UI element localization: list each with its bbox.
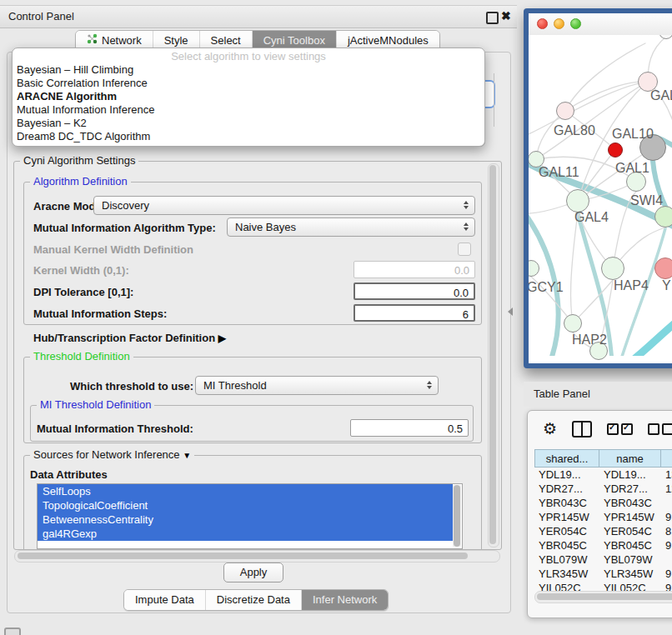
table-row[interactable]: YBR045CYBR045C9. (534, 538, 672, 552)
columns-icon[interactable] (572, 421, 592, 438)
gear-icon[interactable]: ⚙ (543, 419, 557, 439)
algorithm-option-aracne-algorithm[interactable]: ARACNE Algorithm (13, 90, 484, 103)
which-threshold-combo[interactable]: MI Threshold (195, 376, 439, 395)
group-border-fragment (494, 73, 501, 127)
network-view-window: GALGAL80GAL10GAL11GAL1SWI4GAL4GCY1HAP4YH… (524, 8, 672, 368)
mi-threshold-field[interactable]: 0.5 (350, 419, 469, 437)
mi-threshold-group-title: MI Threshold Definition (37, 399, 154, 411)
attribute-item[interactable]: BetweennessCentrality (38, 512, 453, 527)
column-header-name[interactable]: name (599, 449, 661, 468)
data-attributes-list: SelfLoopsTopologicalCoefficientBetweenne… (37, 483, 463, 549)
network-canvas[interactable]: GALGAL80GAL10GAL11GAL1SWI4GAL4GCY1HAP4YH… (529, 35, 672, 363)
tab-infer-network[interactable]: Infer Network (302, 590, 388, 610)
chevron-down-icon: ▼ (183, 451, 191, 460)
settings-vertical-scrollbar[interactable] (488, 163, 499, 548)
table-cell: YDL19... (534, 468, 599, 482)
kernel-width-label: Kernel Width (0,1): (33, 264, 129, 277)
table-cell: 13 (661, 468, 672, 482)
aracne-mode-value: Discovery (102, 199, 149, 212)
node-gal4[interactable] (566, 189, 589, 212)
table-row[interactable]: YBL079WYBL079W (534, 552, 672, 567)
algorithm-definition-title: Algorithm Definition (30, 176, 131, 188)
node-gal80[interactable] (556, 102, 574, 120)
node-gal10-red[interactable] (608, 142, 623, 158)
cyni-algorithm-settings-title: Cyni Algorithm Settings (20, 155, 138, 167)
sources-group-title[interactable]: Sources for Network Inference ▼ (30, 449, 194, 462)
tab-discretize-data[interactable]: Discretize Data (206, 590, 302, 610)
node-label-gal1: GAL1 (615, 161, 649, 176)
table-header-row: shared...nameA (534, 449, 672, 468)
table-cell: 9. (661, 567, 672, 581)
table-row[interactable]: YER054CYER054C8. (534, 524, 672, 538)
spinner-arrows-icon (425, 381, 433, 389)
table-row[interactable]: YLR345WYLR345W9. (534, 567, 672, 581)
kernel-width-field[interactable]: 0.0 (354, 261, 475, 278)
table-row[interactable]: YDR27...YDR27...12 (534, 482, 672, 496)
deselect-all-checkboxes-icon[interactable] (648, 423, 672, 435)
manual-kernel-width-checkbox[interactable] (458, 242, 471, 256)
minimize-traffic-light-icon[interactable] (554, 18, 564, 29)
attributes-scrollbar[interactable] (453, 485, 461, 547)
node-right-green[interactable] (654, 206, 672, 228)
table-horizontal-scrollbar[interactable] (534, 591, 672, 603)
table-cell: YLR345W (599, 567, 661, 581)
table-cell: 9. (661, 538, 672, 552)
attribute-item[interactable]: gal4RGexp (38, 527, 453, 541)
mi-algorithm-type-value: Naive Bayes (235, 221, 296, 233)
float-window-icon[interactable] (486, 12, 499, 24)
hub-definition-label: Hub/Transcription Factor Definition (33, 332, 215, 344)
attribute-item[interactable]: TopologicalCoefficient (38, 498, 453, 512)
select-all-checkboxes-icon[interactable] (607, 423, 633, 435)
algorithm-option-mutual-information-inference[interactable]: Mutual Information Inference (13, 103, 484, 117)
node-label-y: Y (662, 278, 671, 293)
maximize-traffic-light-icon[interactable] (570, 18, 581, 29)
close-traffic-light-icon[interactable] (537, 18, 548, 29)
node-label-gcy1: GCY1 (529, 280, 564, 295)
algorithm-option-dream8-dc-tdc-algorithm[interactable]: Dream8 DC_TDC Algorithm (13, 130, 484, 143)
algorithm-option-basic-correlation-inference[interactable]: Basic Correlation Inference (13, 77, 484, 90)
table-row[interactable]: YDL19...YDL19...13 (534, 468, 672, 482)
mi-steps-field[interactable]: 6 (354, 304, 475, 322)
aracne-mode-combo[interactable]: Discovery (93, 196, 475, 215)
table-cell: YER054C (599, 524, 661, 538)
algorithm-option-bayesian-hill-climbing[interactable]: Bayesian – Hill Climbing (13, 63, 484, 77)
spinner-arrows-icon (462, 222, 469, 231)
close-icon[interactable]: ✖ (501, 9, 511, 22)
mi-algorithm-type-combo[interactable]: Naive Bayes (227, 218, 475, 237)
settings-horizontal-scrollbar[interactable] (14, 550, 500, 562)
table-row[interactable]: YPR145WYPR145W9. (534, 510, 672, 524)
hub-definition-toggle[interactable]: Hub/Transcription Factor Definition ▶ (33, 332, 226, 344)
table-cell: YBR043C (534, 496, 599, 510)
table-cell: YBL079W (599, 552, 661, 567)
algorithm-option-bayesian-k2[interactable]: Bayesian – K2 (13, 117, 484, 130)
table-cell: YER054C (534, 524, 599, 538)
attribute-item[interactable]: SelfLoops (38, 484, 453, 498)
node-hap4[interactable] (601, 257, 624, 280)
column-header-a[interactable]: A (661, 449, 672, 468)
split-collapse-handle[interactable] (508, 308, 513, 316)
manual-kernel-width-label: Manual Kernel Width Definition (33, 243, 193, 256)
column-header-shared[interactable]: shared... (534, 449, 599, 468)
bottom-tabbar: Impute DataDiscretize DataInfer Network (123, 589, 389, 611)
table-cell: YBR043C (599, 496, 661, 510)
bottom-mini-button[interactable] (4, 628, 21, 635)
table-row[interactable]: YBR043CYBR043C (534, 496, 672, 510)
network-window-titlebar[interactable] (529, 13, 672, 36)
table-cell: 8. (661, 524, 672, 538)
which-threshold-value: MI Threshold (203, 379, 267, 392)
node-label-gal10: GAL10 (612, 127, 654, 142)
node-label-hap2: HAP2 (572, 332, 607, 348)
tab-impute-data[interactable]: Impute Data (124, 590, 206, 610)
apply-button[interactable]: Apply (223, 562, 283, 582)
table-cell: YBR045C (534, 538, 599, 552)
node-label-gal80: GAL80 (554, 123, 595, 138)
tab-label: Discretize Data (217, 590, 290, 610)
node-label-gal: GAL (650, 88, 672, 103)
node-label-hap4: HAP4 (614, 278, 649, 293)
mi-threshold-label: Mutual Information Threshold: (37, 422, 193, 435)
node-hap2[interactable] (564, 314, 582, 332)
table-panel-window: ⚙ shared...nameA YDL19...YDL19...13YDR27… (527, 410, 672, 618)
dpi-tolerance-field[interactable]: 0.0 (354, 282, 475, 300)
table-cell: YPR145W (534, 510, 599, 524)
node-salmon[interactable] (654, 258, 672, 279)
